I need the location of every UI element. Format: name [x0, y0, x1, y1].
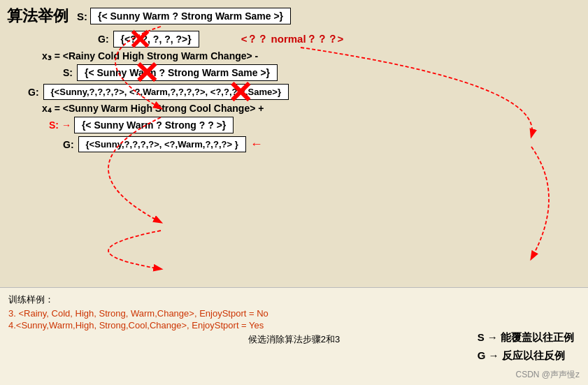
s-arrow-3: S: →: [49, 119, 71, 131]
s-row-2: S: {< Sunny Warm ? Strong Warm Same >} ✕: [7, 64, 581, 81]
training-label: 训练样例：: [8, 293, 580, 306]
page-title: 算法举例: [7, 6, 69, 27]
g-row-1: G: {<?, ?, ?, ?, ?>} ✕ <？？ normal？？？>: [7, 31, 581, 48]
s-label-1: S:: [77, 10, 87, 22]
x4-row: x₄ = <Sunny Warm High Strong Cool Change…: [7, 103, 581, 114]
g-label-2: G:: [28, 87, 39, 98]
s-label-2: S:: [63, 67, 73, 78]
s-box-2: {< Sunny Warm ? Strong Warm Same >} ✕: [77, 64, 278, 81]
g-box-3: {<Sunny,?,?,?,?>, <?,Warm,?,?,?> }: [78, 136, 246, 152]
s-initial-box: {< Sunny Warm ? Strong Warm Same >}: [90, 8, 291, 24]
s-row-3: S: → {< Sunny Warm ? Strong ? ? >}: [7, 117, 581, 133]
right-rules: S → 能覆盖以往正例 G → 反应以往反例: [478, 328, 574, 364]
main-container: 算法举例 S: {< Sunny Warm ? Strong Warm Same…: [0, 0, 588, 385]
g-label-1: G:: [98, 34, 109, 45]
g-label-3: G:: [63, 139, 74, 150]
rule-s: S → 能覆盖以往正例: [478, 328, 574, 347]
g-initial-box: {<?, ?, ?, ?, ?>} ✕: [113, 31, 199, 48]
csdn-tag: CSDN @声声慢z: [515, 369, 580, 381]
title-s-row: 算法举例 S: {< Sunny Warm ? Strong Warm Same…: [7, 6, 581, 27]
x3-row: x₃ = <Rainy Cold High Strong Warm Change…: [7, 50, 581, 61]
g-row-3: G: {<Sunny,?,?,?,?>, <?,Warm,?,?,?> } ←: [7, 136, 581, 152]
training-item-3: 3. <Rainy, Cold, High, Strong, Warm,Chan…: [8, 308, 580, 319]
red-arrow-g3: ←: [250, 137, 263, 152]
bottom-section: 训练样例： 3. <Rainy, Cold, High, Strong, War…: [0, 287, 588, 385]
s-box-3: {< Sunny Warm ? Strong ? ? >}: [74, 117, 234, 133]
rule-g: G → 反应以往反例: [478, 347, 574, 365]
g-box-2: {<Sunny,?,?,?,?>, <?,Warm,?,?,?,?>, <?,?…: [43, 84, 289, 100]
g-right-text: <？？ normal？？？>: [241, 33, 344, 46]
g-row-2: G: {<Sunny,?,?,?,?>, <?,Warm,?,?,?,?>, <…: [7, 84, 581, 100]
